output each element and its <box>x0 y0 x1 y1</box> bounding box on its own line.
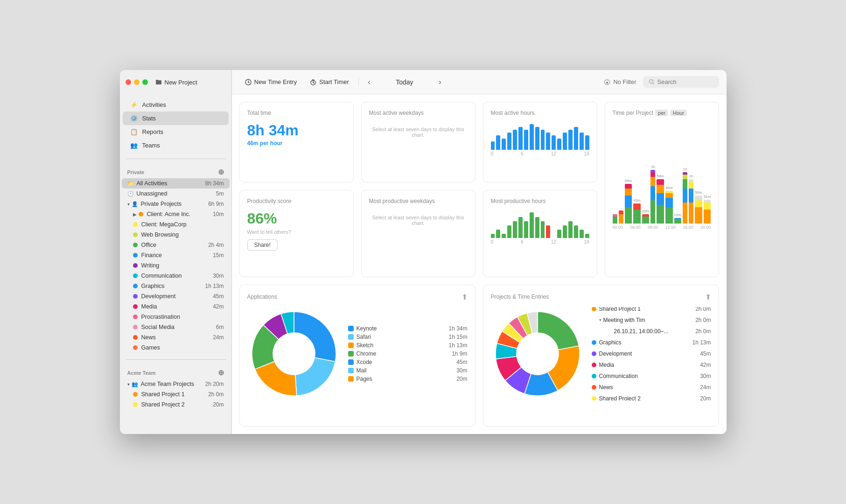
clock-icon: 🕐 <box>127 191 134 197</box>
bar <box>568 221 573 238</box>
entry-label: Communication <box>599 373 700 379</box>
app-name: Safari <box>357 334 371 340</box>
stacked-col: 43m <box>633 198 641 224</box>
acme-section-header: Acme Team ⊕ <box>120 366 231 379</box>
sidebar-item-private-projects[interactable]: ▾ 👤 Private Projects 6h 9m <box>120 199 231 209</box>
chevron-icon: ▾ <box>127 382 130 387</box>
sidebar-item-communication[interactable]: Communication 30m <box>120 271 231 281</box>
close-button[interactable] <box>126 79 131 85</box>
sidebar-item-shared-2[interactable]: Shared Project 2 20m <box>120 399 231 410</box>
bar-segment <box>689 203 693 224</box>
bar-label: 43m <box>633 198 641 203</box>
new-time-entry-button[interactable]: New Time Entry <box>239 76 303 88</box>
teams-icon: 👥 <box>130 142 138 149</box>
sidebar-item-news[interactable]: News 24m <box>120 332 231 343</box>
bar <box>535 127 539 150</box>
svg-rect-0 <box>156 80 161 84</box>
sidebar-item-all-activities[interactable]: 📁 All Activities 8h 34m <box>122 178 230 189</box>
maximize-button[interactable] <box>142 79 148 85</box>
sidebar-item-unassigned[interactable]: 🕐 Unassigned 5m <box>120 189 231 199</box>
sidebar-item-graphics[interactable]: Graphics 1h 13m <box>120 281 231 291</box>
productive-hours-title: Most productive hours <box>491 198 589 204</box>
color-dot <box>133 402 138 407</box>
app-name: Xcode <box>357 359 372 365</box>
stacked-col: 1h <box>689 174 693 224</box>
sidebar-item-media[interactable]: Media 42m <box>120 301 231 312</box>
sidebar-item-writing[interactable]: Writing <box>120 260 231 271</box>
bar-segment <box>625 196 632 207</box>
color-dot <box>133 304 138 309</box>
stacked-bar <box>695 196 702 224</box>
bar-segment <box>695 196 702 200</box>
stacked-col: 20m <box>642 209 650 224</box>
sidebar-item-teams[interactable]: 👥 Teams <box>123 139 229 152</box>
bar-segment <box>665 207 673 224</box>
bar <box>513 130 517 150</box>
applications-header: Applications ⬆ <box>247 293 468 301</box>
main-content: New Time Entry Start Timer ‹ Today › <box>232 70 727 434</box>
start-timer-button[interactable]: Start Timer <box>304 76 355 88</box>
team-icon: 👥 <box>132 381 138 387</box>
sidebar-item-activities[interactable]: ⚡ Activities <box>123 98 229 112</box>
unit-select[interactable]: Hour <box>670 110 687 116</box>
entry-time: 42m <box>700 362 711 368</box>
sidebar-item-acme-projects[interactable]: ▾ 👥 Acme Team Projects 2h 20m <box>120 379 231 389</box>
bar-segment <box>665 198 673 207</box>
sidebar-item-stats[interactable]: ⚙️ Stats <box>123 112 229 125</box>
entry-time: 45m <box>700 350 711 357</box>
sidebar-item-megacorp[interactable]: Client: MegaCorp <box>120 219 231 230</box>
applications-export-button[interactable]: ⬆ <box>461 293 468 301</box>
color-dot <box>133 232 138 237</box>
entry-dot <box>592 396 596 400</box>
stacked-col <box>619 205 623 224</box>
apps-donut-chart <box>247 307 341 400</box>
minimize-button[interactable] <box>134 79 140 85</box>
active-weekdays-title: Most active weekdays <box>369 110 468 116</box>
projects-entries-card: Projects & Time Entries ⬆ Office2h 4mSha… <box>483 285 719 427</box>
app-icon <box>348 334 354 340</box>
entry-item: Graphics1h 13m <box>592 338 711 347</box>
bar-segment <box>633 210 641 224</box>
sidebar-item-procrastination[interactable]: Procrastination <box>120 312 231 322</box>
entry-item: 26.10.21, 14:00:00–...2h 0m <box>592 327 711 336</box>
add-private-button[interactable]: ⊕ <box>218 168 224 176</box>
bar <box>541 221 545 238</box>
per-select[interactable]: per <box>655 110 668 116</box>
filter-button[interactable]: No Filter <box>599 76 641 88</box>
projects-donut-chart <box>491 307 584 400</box>
stacked-bar <box>613 214 617 224</box>
add-acme-button[interactable]: ⊕ <box>218 368 224 377</box>
next-button[interactable]: › <box>433 76 447 89</box>
projects-export-button[interactable]: ⬆ <box>705 293 711 301</box>
bar <box>580 230 584 238</box>
sidebar-item-finance[interactable]: Finance 15m <box>120 250 231 260</box>
sidebar-item-web-browsing[interactable]: Web Browsing <box>120 230 231 240</box>
bar-label: 45m <box>665 186 673 190</box>
search-box[interactable] <box>643 76 719 88</box>
share-button[interactable]: Share! <box>247 239 278 251</box>
sidebar-item-games[interactable]: Games <box>120 343 231 353</box>
search-input[interactable] <box>657 78 713 85</box>
app-time: 45m <box>456 359 467 365</box>
applications-card: Applications ⬆ Keynote 1h 34m <box>239 285 475 427</box>
entry-label: Graphics <box>599 339 692 346</box>
sidebar-item-office[interactable]: Office 2h 4m <box>120 240 231 250</box>
sidebar-item-acme-inc[interactable]: ▶ Client: Acme Inc. 10m <box>120 209 231 219</box>
sidebar-item-development[interactable]: Development 45m <box>120 291 231 301</box>
stacked-bar <box>665 191 673 224</box>
prev-button[interactable]: ‹ <box>363 76 376 89</box>
sidebar-item-shared-1[interactable]: Shared Project 1 2h 0m <box>120 389 231 399</box>
color-dot <box>133 222 138 227</box>
acme-section: Acme Team ⊕ ▾ 👥 Acme Team Projects 2h 20… <box>120 363 231 413</box>
bar <box>585 234 589 238</box>
sidebar-item-social-media[interactable]: Social Media 6m <box>120 322 231 332</box>
stacked-bar <box>633 203 641 224</box>
active-hours-axis: 061218 <box>491 151 589 156</box>
bar-segment <box>665 193 673 198</box>
bar-label: 50m <box>695 190 702 195</box>
sidebar-item-reports[interactable]: 📋 Reports <box>123 125 229 139</box>
new-project-button[interactable]: New Project <box>155 79 197 86</box>
bar-label: 1h <box>651 165 655 169</box>
applications-donut-area: Keynote 1h 34m Safari 1h 15m Sketch 1h 1… <box>247 307 468 400</box>
entry-time: 24m <box>700 384 711 391</box>
